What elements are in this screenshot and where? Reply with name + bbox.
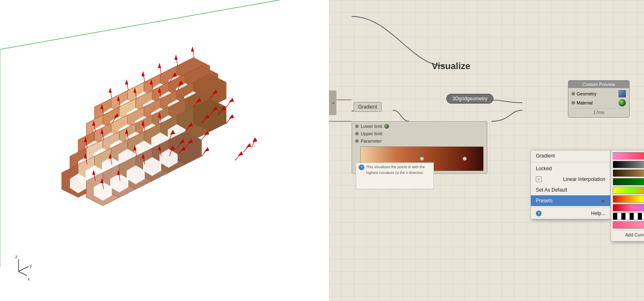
- preset-item-6[interactable]: ✕: [613, 195, 644, 203]
- gradient-node[interactable]: Gradient: [354, 102, 382, 112]
- custom-preview-header: Custom Preview: [568, 81, 629, 88]
- node-editor-panel: Visualize ◀ Gradient 3Dgridgeometry Lowe…: [329, 0, 644, 301]
- context-menu-default[interactable]: Set As Default: [531, 185, 610, 195]
- presets-submenu: ✕ ✕ ✕ ✕ ✕: [611, 150, 644, 241]
- context-menu-presets[interactable]: Presets ▶: [531, 195, 610, 206]
- geom-node[interactable]: 3Dgridgeometry: [446, 94, 493, 104]
- scroll-handle[interactable]: ◀: [329, 90, 336, 115]
- svg-text:y: y: [30, 263, 32, 268]
- context-presets-label: Presets: [536, 198, 553, 204]
- visualize-title: Visualize: [432, 61, 470, 72]
- add-gradient-label: Add Current Gradient: [625, 232, 644, 237]
- context-help-label: Help...: [591, 211, 605, 216]
- geometry-port-label: Geometry: [577, 91, 596, 96]
- svg-text:x: x: [28, 276, 30, 281]
- submenu-arrow-icon: ▶: [602, 199, 605, 203]
- add-gradient-button[interactable]: Add Current Gradient: [613, 230, 644, 239]
- processing-time: 17ms: [572, 108, 626, 116]
- context-linear-label: Linear Interpolation: [563, 176, 605, 182]
- context-menu-locked[interactable]: Locked: [531, 163, 610, 174]
- help-icon: ?: [536, 211, 542, 216]
- info-text: This visualizes the points in with the h…: [366, 164, 431, 176]
- context-menu: Gradient Locked ✓ Linear Interpolation S…: [530, 150, 611, 219]
- material-port-label: Material: [577, 100, 593, 105]
- lower-limit-label: Lower limit: [361, 124, 382, 129]
- preset-item-8[interactable]: ✕: [613, 213, 644, 220]
- context-default-label: Set As Default: [536, 187, 567, 193]
- linear-check[interactable]: ✓: [536, 176, 542, 182]
- preset-item-5[interactable]: ✕: [613, 187, 644, 194]
- context-menu-help[interactable]: ? Help...: [531, 208, 610, 219]
- viewport-panel: z y x: [0, 0, 329, 301]
- custom-preview-title: Custom Preview: [582, 82, 615, 87]
- parameter-label: Parameter: [361, 139, 382, 144]
- preset-item-9[interactable]: ✕: [613, 221, 644, 229]
- gradient-label: Gradient: [358, 104, 377, 110]
- custom-preview-node[interactable]: Custom Preview Geometry Material: [568, 80, 630, 118]
- context-locked-label: Locked: [536, 166, 552, 171]
- preset-item-3[interactable]: ✕: [613, 169, 644, 177]
- context-menu-linear[interactable]: ✓ Linear Interpolation: [531, 174, 610, 185]
- preset-item-2[interactable]: ✕: [613, 161, 644, 168]
- svg-text:z: z: [15, 254, 18, 259]
- preset-item-1[interactable]: ✕: [613, 152, 644, 160]
- upper-limit-label: Upper limit: [361, 131, 382, 136]
- preset-item-7[interactable]: ✕: [613, 204, 644, 211]
- context-gradient-label: Gradient: [536, 153, 555, 159]
- context-menu-gradient[interactable]: Gradient: [531, 150, 610, 161]
- preset-item-4[interactable]: ✕: [613, 178, 644, 185]
- geom-label: 3Dgridgeometry: [452, 96, 487, 102]
- info-tooltip: ? This visualizes the points in with the…: [356, 162, 434, 189]
